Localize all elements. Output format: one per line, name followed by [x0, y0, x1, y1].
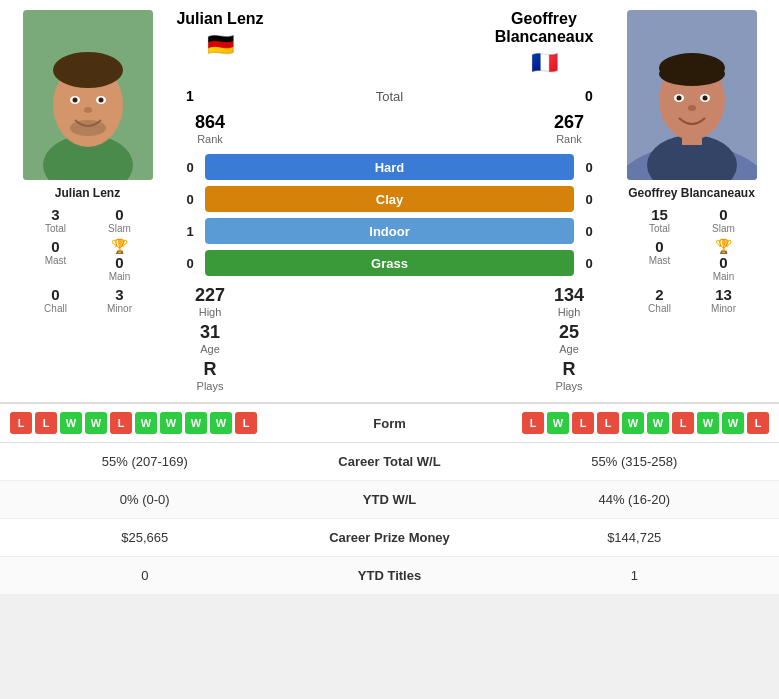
form-badge: L — [235, 412, 257, 434]
high-left-lbl: High — [199, 306, 222, 318]
left-main-val: 🏆 0 Main — [92, 238, 148, 282]
clay-button[interactable]: Clay — [205, 186, 574, 212]
svg-point-7 — [72, 98, 77, 103]
clay-right: 0 — [574, 192, 604, 207]
player-right: Geoffrey Blancaneaux 15 Total 0 Slam 0 M… — [609, 10, 774, 392]
player-right-stats: 15 Total 0 Slam 0 Mast 🏆 0 Main 2 — [632, 206, 752, 314]
form-badge: W — [60, 412, 82, 434]
trophy-icon-left: 🏆 — [111, 238, 128, 254]
form-badge: W — [647, 412, 669, 434]
total-left-val: 1 — [175, 88, 205, 104]
stats-table: 55% (207-169) Career Total W/L 55% (315-… — [0, 442, 779, 595]
total-label: Total — [205, 89, 574, 104]
left-minor-val: 3 Minor — [92, 286, 148, 314]
ytd-wl-label: YTD W/L — [290, 492, 490, 507]
svg-point-21 — [702, 96, 707, 101]
form-badge: L — [572, 412, 594, 434]
ytd-titles-label: YTD Titles — [290, 568, 490, 583]
grass-button[interactable]: Grass — [205, 250, 574, 276]
player-left: Julian Lenz 3 Total 0 Slam 0 Mast 🏆 — [5, 10, 170, 392]
indoor-button[interactable]: Indoor — [205, 218, 574, 244]
form-section: LLWWLWWWWL Form LWLLWWLWWL — [0, 403, 779, 442]
player-left-stats: 3 Total 0 Slam 0 Mast 🏆 0 Main — [28, 206, 148, 314]
form-badge: L — [672, 412, 694, 434]
high-right-val: 134 — [554, 285, 584, 306]
right-slam-val: 0 Slam — [696, 206, 752, 234]
flag-left: 🇩🇪 — [207, 32, 234, 58]
hard-right: 0 — [574, 160, 604, 175]
career-wl-left: 55% (207-169) — [0, 454, 290, 469]
rank-left-val: 864 — [195, 112, 225, 133]
surface-hard-row: 0 Hard 0 — [175, 154, 604, 180]
prize-row: $25,665 Career Prize Money $144,725 — [0, 519, 779, 557]
indoor-right: 0 — [574, 224, 604, 239]
right-main-val: 🏆 0 Main — [696, 238, 752, 282]
grass-right: 0 — [574, 256, 604, 271]
svg-point-8 — [98, 98, 103, 103]
svg-point-22 — [688, 105, 696, 111]
player-left-name: Julian Lenz — [55, 186, 120, 200]
form-right-badges: LWLLWWLWWL — [522, 412, 769, 434]
form-badge: W — [697, 412, 719, 434]
form-left-badges: LLWWLWWWWL — [10, 412, 257, 434]
grass-left: 0 — [175, 256, 205, 271]
surface-clay-row: 0 Clay 0 — [175, 186, 604, 212]
indoor-left: 1 — [175, 224, 205, 239]
form-badge: L — [522, 412, 544, 434]
rank-right-val: 267 — [554, 112, 584, 133]
ytd-titles-row: 0 YTD Titles 1 — [0, 557, 779, 595]
form-badge: L — [747, 412, 769, 434]
rank-right-lbl: Rank — [556, 133, 582, 145]
surface-grass-row: 0 Grass 0 — [175, 250, 604, 276]
form-badge: W — [185, 412, 207, 434]
total-row: 1 Total 0 — [175, 84, 604, 108]
form-badge: L — [10, 412, 32, 434]
form-badge: W — [622, 412, 644, 434]
right-total-val: 15 Total — [632, 206, 688, 234]
ytd-wl-row: 0% (0-0) YTD W/L 44% (16-20) — [0, 481, 779, 519]
left-mast-trophy: 0 Mast — [28, 238, 84, 282]
form-badge: W — [85, 412, 107, 434]
right-mast-val: 0 Mast — [632, 238, 688, 282]
rank-left-lbl: Rank — [197, 133, 223, 145]
hard-button[interactable]: Hard — [205, 154, 574, 180]
center-section: Julian Lenz 🇩🇪 Geoffrey Blancaneaux 🇫🇷 1… — [170, 10, 609, 392]
prize-right: $144,725 — [490, 530, 780, 545]
career-wl-label: Career Total W/L — [290, 454, 490, 469]
player-right-name: Geoffrey Blancaneaux — [628, 186, 755, 200]
center-right-name: Geoffrey Blancaneaux — [484, 10, 604, 46]
age-right-lbl: Age — [559, 343, 579, 355]
right-minor-val: 13 Minor — [696, 286, 752, 314]
svg-point-20 — [676, 96, 681, 101]
career-wl-right: 55% (315-258) — [490, 454, 780, 469]
plays-right-val: R — [563, 359, 576, 380]
main-container: Julian Lenz 3 Total 0 Slam 0 Mast 🏆 — [0, 0, 779, 595]
form-badge: W — [547, 412, 569, 434]
plays-left-val: R — [204, 359, 217, 380]
svg-point-4 — [53, 52, 123, 88]
right-chall-val: 2 Chall — [632, 286, 688, 314]
svg-point-10 — [70, 120, 106, 136]
clay-left: 0 — [175, 192, 205, 207]
age-right-val: 25 — [559, 322, 579, 343]
left-total-val: 3 Total — [28, 206, 84, 234]
left-chall-val: 0 Chall — [28, 286, 84, 314]
surface-indoor-row: 1 Indoor 0 — [175, 218, 604, 244]
player-left-photo — [23, 10, 153, 180]
form-badge: W — [722, 412, 744, 434]
svg-point-9 — [84, 107, 92, 113]
age-left-val: 31 — [200, 322, 220, 343]
ytd-wl-right: 44% (16-20) — [490, 492, 780, 507]
svg-point-17 — [659, 62, 725, 86]
high-right-lbl: High — [558, 306, 581, 318]
ytd-titles-left: 0 — [0, 568, 290, 583]
ytd-wl-left: 0% (0-0) — [0, 492, 290, 507]
left-slam-val: 0 Slam — [92, 206, 148, 234]
prize-label: Career Prize Money — [290, 530, 490, 545]
flag-right: 🇫🇷 — [531, 50, 558, 76]
form-badge: W — [135, 412, 157, 434]
form-badge: W — [210, 412, 232, 434]
form-badge: L — [35, 412, 57, 434]
plays-right-lbl: Plays — [556, 380, 583, 392]
form-badge: W — [160, 412, 182, 434]
